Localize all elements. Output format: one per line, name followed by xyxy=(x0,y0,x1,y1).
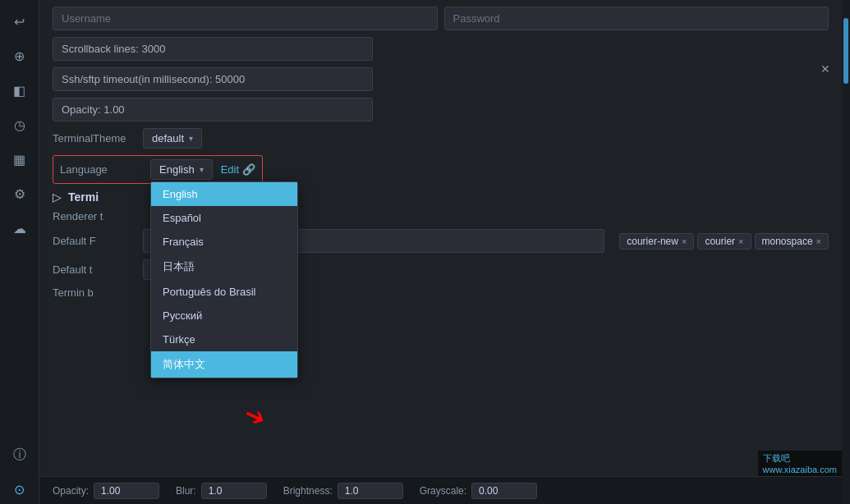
sidebar-icon-history[interactable]: ◷ xyxy=(5,110,34,140)
right-scrollbar[interactable] xyxy=(842,0,850,504)
language-select-btn[interactable]: English ▾ xyxy=(150,159,213,180)
bottom-brightness: Brightness: xyxy=(283,483,403,499)
terminal-b-label: Termin b xyxy=(53,286,135,299)
font-tag-courier: courier × xyxy=(697,233,751,250)
red-arrow-icon: ➔ xyxy=(240,398,270,433)
bottom-blur-input[interactable] xyxy=(201,483,267,499)
font-tag-courier-new-close[interactable]: × xyxy=(682,236,687,246)
default-color-label: Default t xyxy=(53,263,135,276)
language-option-francais[interactable]: Français xyxy=(151,230,297,254)
edit-link[interactable]: Edit 🔗 xyxy=(221,163,255,176)
language-option-japanese[interactable]: 日本語 xyxy=(151,254,297,280)
ssh-timeout-field[interactable] xyxy=(53,67,373,91)
language-chevron-icon: ▾ xyxy=(200,165,204,174)
language-row: Language English ▾ English Español Franç… xyxy=(53,155,263,184)
language-option-russian[interactable]: Русский xyxy=(151,304,297,328)
form-section: TerminalTheme default ▾ Language English… xyxy=(53,0,829,299)
theme-value: default xyxy=(152,132,184,144)
sidebar-icon-info[interactable]: ⓘ xyxy=(5,440,34,470)
watermark-text2: www.xiazaiba.com xyxy=(763,465,837,474)
renderer-label: Renderer t xyxy=(53,210,135,222)
watermark-text1: 下载吧 xyxy=(763,452,837,465)
font-tag-monospace-label: monospace xyxy=(762,236,813,247)
bottom-bar: Opacity: Blur: Brightness: Grayscale: xyxy=(39,476,842,504)
bottom-grayscale-label: Grayscale: xyxy=(420,485,466,497)
scrollback-field[interactable] xyxy=(53,37,373,61)
language-dropdown-menu: English Español Français 日本語 Português d… xyxy=(150,181,298,378)
credentials-row xyxy=(53,7,829,30)
watermark: 下载吧 www.xiazaiba.com xyxy=(758,451,842,476)
sidebar-icon-plus[interactable]: ⊕ xyxy=(5,41,34,71)
terminal-section-icon: ▷ xyxy=(53,190,62,204)
close-button[interactable]: ✕ xyxy=(820,62,830,76)
password-field[interactable] xyxy=(444,7,829,30)
sidebar-icon-circle-up[interactable]: ⊙ xyxy=(5,474,34,504)
theme-label: TerminalTheme xyxy=(53,132,135,144)
language-option-portuguese[interactable]: Português do Brasil xyxy=(151,280,297,304)
language-option-turkish[interactable]: Türkçe xyxy=(151,328,297,351)
bottom-blur-label: Blur: xyxy=(176,485,196,497)
theme-row: TerminalTheme default ▾ xyxy=(53,128,829,149)
scrollback-row xyxy=(53,37,829,61)
language-value: English xyxy=(159,163,195,176)
sidebar-icon-gear[interactable]: ⚙ xyxy=(5,179,34,208)
font-tag-courier-close[interactable]: × xyxy=(738,236,743,246)
font-tag-courier-new: courier-new × xyxy=(619,233,694,250)
default-font-label: Default F xyxy=(53,235,135,247)
sidebar-icon-back[interactable]: ↩ xyxy=(5,7,34,36)
language-label: Language xyxy=(60,163,142,176)
language-option-english[interactable]: English xyxy=(151,182,297,206)
bottom-opacity-label: Opacity: xyxy=(53,485,89,497)
bottom-grayscale: Grayscale: xyxy=(420,483,537,499)
terminal-section-title: Termi xyxy=(68,190,99,204)
bottom-opacity: Opacity: xyxy=(53,483,159,499)
font-tag-courier-new-label: courier-new xyxy=(627,236,678,247)
opacity-field[interactable] xyxy=(53,98,373,121)
bottom-blur: Blur: xyxy=(176,483,267,499)
scrollbar-thumb[interactable] xyxy=(843,18,848,84)
bottom-grayscale-input[interactable] xyxy=(471,483,537,499)
sidebar-icon-image[interactable]: ▦ xyxy=(5,144,34,174)
theme-select-btn[interactable]: default ▾ xyxy=(143,128,202,149)
bottom-brightness-label: Brightness: xyxy=(283,485,333,497)
language-option-chinese[interactable]: 简体中文 xyxy=(151,351,297,378)
font-tag-courier-label: courier xyxy=(705,236,735,247)
ssh-timeout-row xyxy=(53,67,829,91)
bottom-brightness-input[interactable] xyxy=(338,483,403,499)
sidebar-icon-bookmark[interactable]: ◧ xyxy=(5,76,34,105)
opacity-row xyxy=(53,98,829,121)
font-tag-monospace-close[interactable]: × xyxy=(816,236,821,246)
bottom-opacity-input[interactable] xyxy=(94,483,159,499)
sidebar: ↩ ⊕ ◧ ◷ ▦ ⚙ ☁ ⓘ ⊙ xyxy=(0,0,39,504)
main-content: TerminalTheme default ▾ Language English… xyxy=(39,0,842,504)
sidebar-icon-cloud[interactable]: ☁ xyxy=(5,213,34,243)
font-tag-monospace: monospace × xyxy=(755,233,829,250)
font-tags: courier-new × courier × monospace × xyxy=(619,233,829,250)
language-option-espanol[interactable]: Español xyxy=(151,206,297,230)
username-field[interactable] xyxy=(53,7,438,30)
theme-chevron-icon: ▾ xyxy=(189,134,193,143)
language-dropdown-container: English ▾ English Español Français 日本語 P… xyxy=(150,159,213,180)
